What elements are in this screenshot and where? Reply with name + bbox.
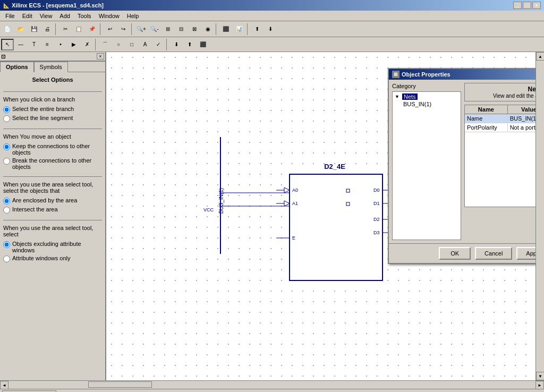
hier-down[interactable]: ⬇ xyxy=(264,23,277,35)
tool2[interactable]: 📊 xyxy=(233,23,245,35)
scroll-up-button[interactable]: ▲ xyxy=(536,52,544,61)
object-properties-dialog[interactable]: ⊞ Object Properties × Category ▼ Nets xyxy=(388,68,536,264)
section-move: When You move an object Keep the connect… xyxy=(3,129,102,170)
menu-edit[interactable]: Edit xyxy=(19,12,36,20)
area2-option-1[interactable]: Attribute windows only xyxy=(3,255,102,262)
sep6 xyxy=(95,39,97,50)
tree-nets[interactable]: ▼ Nets xyxy=(394,93,460,100)
area2-option-0[interactable]: Objects excluding attribute windows xyxy=(3,241,102,253)
area-option-1-label: Intersect the area xyxy=(12,206,58,212)
zoom-button5[interactable]: ⊠ xyxy=(188,23,201,35)
move-radio-0[interactable] xyxy=(3,143,10,150)
attr-row-0-name: Name xyxy=(465,114,508,123)
new-button[interactable]: 📄 xyxy=(1,23,14,35)
area-radio-1[interactable] xyxy=(3,207,10,214)
move-radio-1[interactable] xyxy=(3,158,10,165)
cut-button[interactable]: ✂ xyxy=(59,23,72,35)
junction-tool[interactable]: • xyxy=(54,39,67,50)
ok-button[interactable]: OK xyxy=(439,247,471,260)
menu-file[interactable]: File xyxy=(2,12,18,20)
right-scrollbar[interactable]: ▲ ▼ xyxy=(536,52,544,380)
title-bar: 📐 Xilinx ECS - [esquema1_sd4.sch] _ □ × xyxy=(0,0,544,11)
circle-tool[interactable]: ○ xyxy=(112,39,125,50)
attr-row-1[interactable]: PortPolarity Not a port Add xyxy=(465,123,536,132)
section-click-header: When you click on a branch xyxy=(3,96,102,103)
add-component[interactable]: ⬇ xyxy=(170,39,183,50)
print-button[interactable]: 🖨 xyxy=(41,23,54,35)
paste-button[interactable]: 📌 xyxy=(86,23,98,35)
zoom-area-button[interactable]: ⊟ xyxy=(175,23,188,35)
move-option-0[interactable]: Keep the connections to other objects xyxy=(3,143,102,156)
tree-bus-in[interactable]: BUS_IN(1) xyxy=(394,100,460,108)
open-button[interactable]: 📂 xyxy=(14,23,27,35)
wire-tool[interactable]: — xyxy=(14,39,27,50)
zoom-fit-button[interactable]: ⊞ xyxy=(162,23,174,35)
cancel-button[interactable]: Cancel xyxy=(475,247,512,260)
bus-tool[interactable]: ≡ xyxy=(41,39,54,50)
sep3 xyxy=(131,23,133,35)
h-scroll-thumb[interactable] xyxy=(88,381,152,388)
minimize-button[interactable]: _ xyxy=(513,2,522,9)
port-tool[interactable]: ▶ xyxy=(67,39,80,50)
h-scroll-track[interactable] xyxy=(8,381,536,389)
close-button[interactable]: × xyxy=(532,2,541,9)
area-option-0[interactable]: Are enclosed by the area xyxy=(3,197,102,204)
category-tree[interactable]: ▼ Nets BUS_IN(1) xyxy=(392,91,461,240)
svg-rect-23 xyxy=(346,189,350,192)
schematic-area[interactable]: BUS_IN(1) D2_4E A0 A1 E D0 xyxy=(106,52,536,380)
menu-window[interactable]: Window xyxy=(96,12,123,20)
bus-entry[interactable]: ⬛ xyxy=(197,39,209,50)
click-option-0[interactable]: Select the entire branch xyxy=(3,106,102,113)
click-option-0-label: Select the entire branch xyxy=(12,106,74,112)
zoom-out-button[interactable]: 🔍- xyxy=(148,23,161,35)
select-tool[interactable]: ↖ xyxy=(1,39,14,50)
maximize-button[interactable]: □ xyxy=(523,2,531,9)
scroll-track[interactable] xyxy=(536,61,544,372)
undo-button[interactable]: ↩ xyxy=(104,23,116,35)
area-radio-0[interactable] xyxy=(3,198,10,204)
click-radio-1[interactable] xyxy=(3,115,10,122)
attr-area: Name Value Visible Name BUS_IN(1) Add xyxy=(464,105,536,207)
label-tool[interactable]: A xyxy=(139,39,151,50)
area2-radio-0[interactable] xyxy=(3,241,10,248)
menu-help[interactable]: Help xyxy=(124,12,142,20)
area2-radio-group: Objects excluding attribute windows Attr… xyxy=(3,241,102,262)
category-label: Category xyxy=(392,83,461,89)
tab-options[interactable]: Options xyxy=(0,62,34,72)
rect-tool[interactable]: □ xyxy=(125,39,138,50)
redo-button[interactable]: ↪ xyxy=(117,23,130,35)
copy-button[interactable]: 📋 xyxy=(72,23,85,35)
noconn-tool[interactable]: ✗ xyxy=(81,39,94,50)
add-power[interactable]: ⬆ xyxy=(183,39,196,50)
scroll-left-button[interactable]: ◄ xyxy=(0,381,8,389)
attr-row-0[interactable]: Name BUS_IN(1) Add xyxy=(465,114,536,123)
attr-row-0-value: BUS_IN(1) xyxy=(508,114,536,123)
title-bar-left: 📐 Xilinx ECS - [esquema1_sd4.sch] xyxy=(3,2,104,8)
apply-button[interactable]: Apply xyxy=(516,247,536,260)
zoom-button6[interactable]: ◉ xyxy=(201,23,214,35)
hier-up[interactable]: ⬆ xyxy=(251,23,264,35)
scroll-down-button[interactable]: ▼ xyxy=(536,372,544,380)
click-radio-0[interactable] xyxy=(3,106,10,113)
move-radio-group: Keep the connections to other objects Br… xyxy=(3,143,102,170)
zoom-in-button[interactable]: 🔍+ xyxy=(135,23,148,35)
menu-view[interactable]: View xyxy=(37,12,56,20)
menu-tools[interactable]: Tools xyxy=(74,12,95,20)
check-tool[interactable]: ✓ xyxy=(152,39,165,50)
sep4 xyxy=(216,23,218,35)
arc-tool[interactable]: ⌒ xyxy=(99,39,112,50)
attr-table: Name Value Visible Name BUS_IN(1) Add xyxy=(464,105,536,207)
move-option-1[interactable]: Break the connections to other objects xyxy=(3,157,102,170)
save-button[interactable]: 💾 xyxy=(28,23,40,35)
svg-text:D0: D0 xyxy=(373,188,380,193)
click-option-1[interactable]: Select the line segment xyxy=(3,115,102,122)
menu-add[interactable]: Add xyxy=(56,12,73,20)
tool1[interactable]: ⬛ xyxy=(219,23,232,35)
area2-radio-1[interactable] xyxy=(3,255,10,262)
text-tool[interactable]: T xyxy=(28,39,40,50)
tree-nets-label: Nets xyxy=(402,93,418,100)
scroll-right-button[interactable]: ► xyxy=(536,381,544,389)
tab-symbols[interactable]: Symbols xyxy=(34,62,68,72)
area-option-1[interactable]: Intersect the area xyxy=(3,206,102,214)
panel-close-button[interactable]: × xyxy=(97,53,104,59)
